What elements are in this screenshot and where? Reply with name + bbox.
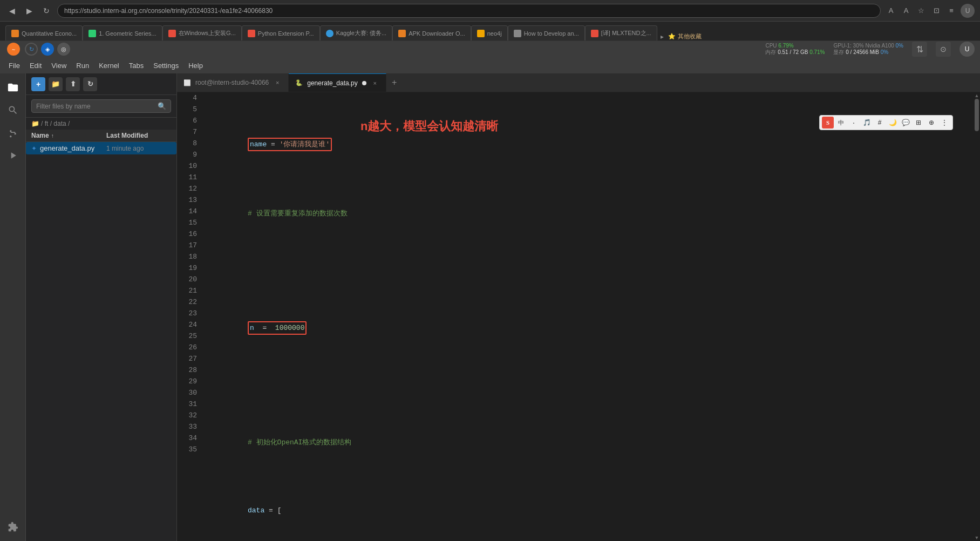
menu-run[interactable]: Run xyxy=(72,60,93,71)
file-item-inner: ✦ generate_data.py xyxy=(31,144,106,152)
system-metrics: CPU 6.79% 内存 0.51 / 72 GB 0.71% GPU-1: 3… xyxy=(765,42,975,57)
tab-label-5: Kaggle大赛: 债务... xyxy=(336,29,387,37)
browser-tab-4[interactable]: Python Extension P... xyxy=(242,25,320,40)
cpu-label: CPU 6.79% xyxy=(765,43,825,49)
code-line-8 xyxy=(206,380,969,391)
menu-kernel[interactable]: Kernel xyxy=(94,60,124,71)
new-folder-button[interactable]: 📁 xyxy=(49,77,63,91)
terminal-icon[interactable]: ◎ xyxy=(57,43,70,56)
new-file-button[interactable]: + xyxy=(31,77,45,91)
breadcrumb: 📁 / ft / data / xyxy=(26,118,176,130)
browser-tab-bookmarks[interactable]: ⭐ 其他收藏 xyxy=(668,32,702,40)
tab-overflow[interactable]: ▸ xyxy=(661,33,664,40)
browser-tab-1[interactable]: Quantitative Econo... xyxy=(5,25,83,40)
menu-view[interactable]: View xyxy=(47,60,71,71)
upload-button[interactable]: ⬆ xyxy=(66,77,80,91)
activity-debug-icon[interactable] xyxy=(3,146,23,165)
browser-tab-8[interactable]: How to Develop an... xyxy=(508,25,585,40)
menu-file[interactable]: File xyxy=(4,60,24,71)
ime-icon-5[interactable]: 🌙 xyxy=(887,117,899,129)
scrollbar-down-arrow[interactable]: ▼ xyxy=(974,535,980,541)
file-item-generate-data[interactable]: ✦ generate_data.py 1 minute ago xyxy=(26,142,176,154)
activity-extensions-icon[interactable] xyxy=(3,517,23,537)
vscode-icon[interactable]: ◈ xyxy=(41,43,54,56)
tab-label-4: Python Extension P... xyxy=(258,30,314,37)
browser-tab-6[interactable]: APK Downloader O... xyxy=(392,25,471,40)
file-python-icon: ✦ xyxy=(31,145,37,152)
vram-label: 显存 0 / 24566 MiB 0% xyxy=(833,49,903,56)
tab-favicon-6 xyxy=(398,30,406,37)
editor-tab-generate-data[interactable]: 🐍 generate_data.py × xyxy=(289,73,386,92)
code-line-10: data = [ xyxy=(206,493,969,528)
menu-tabs[interactable]: Tabs xyxy=(125,60,148,71)
generate-data-tab-close[interactable]: × xyxy=(371,79,379,87)
editor-scrollbar[interactable]: ▲ ▼ xyxy=(974,92,980,541)
url-bar[interactable]: https://studio.intern-ai.org.cn/console/… xyxy=(57,4,881,18)
tab-label-1: Quantitative Econo... xyxy=(22,30,77,37)
ime-icon-3[interactable]: 🎵 xyxy=(861,117,873,129)
browser-tab-3[interactable]: 在Windows上安装G... xyxy=(162,25,242,40)
breadcrumb-path: / ft / data / xyxy=(41,120,70,127)
root-tab-label: root@intern-studio-40066 xyxy=(195,79,269,86)
root-tab-close[interactable]: × xyxy=(273,78,282,87)
editor-tab-bar: ⬜ root@intern-studio-40066 × 🐍 generate_… xyxy=(177,73,980,92)
activity-bar xyxy=(0,73,26,541)
editor-tab-root[interactable]: ⬜ root@intern-studio-40066 × xyxy=(177,73,289,92)
ime-icon-4[interactable]: # xyxy=(874,117,886,129)
nav-back-button[interactable]: ◀ xyxy=(5,4,18,17)
tab-favicon-1 xyxy=(11,30,19,37)
ime-icon-1[interactable]: 中 xyxy=(835,117,847,129)
line-numbers: 4 5 6 7 8 9 10 11 12 13 14 15 16 17 18 1… xyxy=(177,92,201,541)
browser-action-5[interactable]: ≡ xyxy=(945,5,957,17)
browser-action-4[interactable]: ⊡ xyxy=(930,5,942,17)
code-content[interactable]: name = '你请清我是谁' # 设置需要重复添加的数据次数 n = 1000… xyxy=(201,92,974,541)
python-file-icon: 🐍 xyxy=(295,79,303,86)
nav-refresh-button[interactable]: ↻ xyxy=(40,4,53,17)
browser-tab-2[interactable]: 1. Geometric Series... xyxy=(83,25,162,40)
activity-files-icon[interactable] xyxy=(3,78,23,97)
code-line-7: n = 1000000 xyxy=(206,310,969,346)
browser-action-1[interactable]: A xyxy=(885,5,897,17)
scrollbar-up-arrow[interactable]: ▲ xyxy=(974,92,980,99)
browser-bar: ◀ ▶ ↻ https://studio.intern-ai.org.cn/co… xyxy=(0,0,980,22)
sync-icon[interactable]: ↻ xyxy=(25,43,38,56)
code-line-4: name = '你请清我是谁' xyxy=(206,126,969,163)
browser-action-3[interactable]: ☆ xyxy=(915,5,927,17)
activity-source-control-icon[interactable] xyxy=(3,123,23,143)
ime-icon-7[interactable]: ⊞ xyxy=(913,117,924,129)
settings-icon[interactable]: ⊙ xyxy=(936,42,951,57)
user-avatar[interactable]: U xyxy=(959,42,975,57)
gpu-metric: GPU-1: 30% Nvidia A100 0% 显存 0 / 24566 M… xyxy=(833,43,903,56)
broadcast-icon[interactable]: ⇅ xyxy=(912,42,927,57)
ime-icon-8[interactable]: ⊕ xyxy=(925,117,937,129)
jupyter-logo: ~ xyxy=(5,41,22,57)
search-input[interactable] xyxy=(36,103,154,110)
activity-search-icon[interactable] xyxy=(3,100,23,120)
nav-forward-button[interactable]: ▶ xyxy=(23,4,36,17)
refresh-button[interactable]: ↻ xyxy=(83,77,97,91)
ime-icon-2[interactable]: · xyxy=(848,117,860,129)
column-name[interactable]: Name ↑ xyxy=(31,132,106,139)
menu-help[interactable]: Help xyxy=(184,60,207,71)
tab-label-2: 1. Geometric Series... xyxy=(99,30,156,37)
column-modified[interactable]: Last Modified xyxy=(106,132,171,139)
scrollbar-thumb[interactable] xyxy=(975,99,979,131)
browser-action-6[interactable]: U xyxy=(961,4,975,18)
ime-icon-9[interactable]: ⋮ xyxy=(938,117,950,129)
code-editor: 4 5 6 7 8 9 10 11 12 13 14 15 16 17 18 1… xyxy=(177,92,980,541)
browser-action-2[interactable]: A xyxy=(900,5,912,17)
ime-icon-6[interactable]: 💬 xyxy=(900,117,911,129)
app-header: ~ ↻ ◈ ◎ CPU 6.79% 内存 0.51 / 72 GB 0.71% … xyxy=(0,41,980,57)
menu-edit[interactable]: Edit xyxy=(25,60,46,71)
gpu-label: GPU-1: 30% Nvidia A100 0% xyxy=(833,43,903,49)
unsaved-indicator xyxy=(362,81,366,85)
scrollbar-track[interactable] xyxy=(974,99,980,535)
browser-tab-5[interactable]: Kaggle大赛: 债务... xyxy=(320,25,393,40)
browser-tab-bar: Quantitative Econo... 1. Geometric Serie… xyxy=(0,22,980,41)
sort-asc-icon: ↑ xyxy=(51,133,54,139)
add-tab-button[interactable]: + xyxy=(386,73,403,92)
tab-favicon-5 xyxy=(326,30,334,37)
menu-settings[interactable]: Settings xyxy=(149,60,183,71)
browser-tab-7[interactable]: neo4j xyxy=(471,25,508,40)
browser-tab-9[interactable]: [译] MLXTEND之... xyxy=(585,25,657,40)
